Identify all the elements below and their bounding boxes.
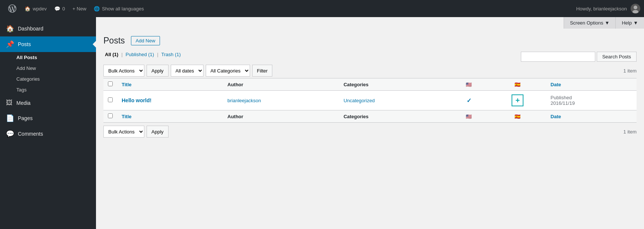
svg-point-0 xyxy=(634,6,637,9)
user-menu[interactable]: Howdy, brianleejackson xyxy=(576,4,640,13)
col-footer-checkbox xyxy=(103,110,117,123)
admin-bar: 🏠 wpdev 💬 0 + New 🌐 Show all languages H… xyxy=(0,0,644,17)
lang-en-cell: ✓ xyxy=(449,91,489,110)
dates-filter-select[interactable]: All dates xyxy=(171,65,204,77)
main-layout: 🏠 Dashboard 📌 Posts All Posts Add New Ca… xyxy=(0,17,644,229)
date-status: Published xyxy=(551,95,572,100)
sidebar-subitem-add-new[interactable]: Add New xyxy=(0,63,96,74)
col-footer-categories: Categories xyxy=(339,110,448,123)
bottom-toolbar: Bulk Actions Apply 1 item xyxy=(103,126,637,138)
screen-options-button[interactable]: Screen Options ▼ xyxy=(564,17,615,29)
col-footer-title[interactable]: Title xyxy=(117,110,223,123)
bulk-actions-select-top[interactable]: Bulk Actions xyxy=(103,65,144,77)
sidebar: 🏠 Dashboard 📌 Posts All Posts Add New Ca… xyxy=(0,17,96,229)
sidebar-subitem-tags[interactable]: Tags xyxy=(0,84,96,95)
add-new-button[interactable]: Add New xyxy=(131,36,160,45)
sidebar-item-media[interactable]: 🖼 Media xyxy=(0,95,96,110)
select-all-footer-checkbox[interactable] xyxy=(108,113,113,118)
lang-en-check-icon: ✓ xyxy=(467,97,471,104)
col-footer-lang-es: 🇪🇸 xyxy=(489,110,546,123)
bulk-actions-select-bottom[interactable]: Bulk Actions xyxy=(103,126,144,138)
col-header-lang-en: 🇺🇸 xyxy=(449,78,489,91)
language-icon: 🌐 xyxy=(94,6,100,12)
wp-logo[interactable] xyxy=(4,0,21,17)
pages-icon: 📄 xyxy=(6,114,14,122)
sidebar-item-pages[interactable]: 📄 Pages xyxy=(0,110,96,126)
categories-filter-select[interactable]: All Categories xyxy=(206,65,250,77)
comments-link[interactable]: 💬 0 xyxy=(51,0,69,17)
row-checkbox-cell xyxy=(103,91,117,110)
comments-sidebar-icon: 💬 xyxy=(6,130,14,138)
select-all-checkbox[interactable] xyxy=(108,81,113,86)
col-header-categories: Categories xyxy=(339,78,448,91)
post-categories-cell: Uncategorized xyxy=(339,91,448,110)
date-value: 2016/11/19 xyxy=(551,100,575,106)
col-header-author: Author xyxy=(223,78,339,91)
sidebar-item-dashboard[interactable]: 🏠 Dashboard xyxy=(0,21,96,36)
search-row: Search Posts xyxy=(521,52,637,62)
dashboard-icon: 🏠 xyxy=(6,25,14,33)
top-toolbar: Bulk Actions Apply All dates All Categor… xyxy=(103,65,637,77)
post-title-cell: Hello world! xyxy=(117,91,223,110)
item-count-bottom: 1 item xyxy=(624,129,637,135)
svg-point-1 xyxy=(632,10,638,13)
col-footer-date[interactable]: Date xyxy=(546,110,637,123)
col-header-checkbox xyxy=(103,78,117,91)
search-input[interactable] xyxy=(521,52,595,62)
page-title-row: Posts Add New xyxy=(103,36,637,46)
table-footer-row: Title Author Categories 🇺🇸 🇪🇸 Date xyxy=(103,110,637,123)
sidebar-subitem-categories[interactable]: Categories xyxy=(0,74,96,84)
title-sort-link[interactable]: Title xyxy=(122,82,132,87)
post-title-link[interactable]: Hello world! xyxy=(122,97,151,103)
sidebar-item-comments[interactable]: 💬 Comments xyxy=(0,126,96,142)
col-header-lang-es: 🇪🇸 xyxy=(489,78,546,91)
new-content-menu[interactable]: + New xyxy=(69,0,90,17)
avatar xyxy=(631,4,640,13)
page-title: Posts xyxy=(103,36,125,46)
sidebar-item-posts[interactable]: 📌 Posts xyxy=(0,36,96,52)
language-switcher[interactable]: 🌐 Show all languages xyxy=(90,0,148,17)
help-button[interactable]: Help ▼ xyxy=(615,17,644,29)
main-content: Screen Options ▼ Help ▼ Posts Add New Se… xyxy=(96,17,644,229)
post-author-cell: brianleejackson xyxy=(223,91,339,110)
col-header-title[interactable]: Title xyxy=(117,78,223,91)
site-name[interactable]: 🏠 wpdev xyxy=(21,0,51,17)
search-posts-button[interactable]: Search Posts xyxy=(597,52,637,62)
help-arrow: ▼ xyxy=(633,20,638,26)
lang-es-cell: + xyxy=(489,91,546,110)
category-link[interactable]: Uncategorized xyxy=(343,98,375,103)
author-link[interactable]: brianleejackson xyxy=(227,98,261,103)
comments-icon: 💬 xyxy=(54,6,60,12)
item-count-top: 1 item xyxy=(624,68,637,74)
col-header-date[interactable]: Date xyxy=(546,78,637,91)
tab-published[interactable]: Published (1) xyxy=(124,52,156,57)
apply-button-top[interactable]: Apply xyxy=(147,65,169,77)
top-buttons: Screen Options ▼ Help ▼ xyxy=(564,17,644,29)
table-header-row: Title Author Categories 🇺🇸 🇪🇸 Date xyxy=(103,78,637,91)
table-row: Hello world! brianleejackson Uncategoriz… xyxy=(103,91,637,110)
filter-tabs: All (1) | Published (1) | Trash (1) xyxy=(103,52,521,57)
posts-icon: 📌 xyxy=(6,40,14,48)
sidebar-subitem-all-posts[interactable]: All Posts xyxy=(0,52,96,63)
media-icon: 🖼 xyxy=(6,99,13,107)
posts-table: Title Author Categories 🇺🇸 🇪🇸 Date xyxy=(103,78,637,123)
col-footer-author: Author xyxy=(223,110,339,123)
screen-options-arrow: ▼ xyxy=(605,20,610,26)
home-icon: 🏠 xyxy=(25,6,31,12)
date-sort-link[interactable]: Date xyxy=(551,82,561,87)
tab-all[interactable]: All (1) xyxy=(103,52,120,57)
row-checkbox[interactable] xyxy=(108,97,113,102)
title-sort-link-footer[interactable]: Title xyxy=(122,114,132,119)
tab-trash[interactable]: Trash (1) xyxy=(160,52,182,57)
date-sort-link-footer[interactable]: Date xyxy=(551,114,561,119)
filter-button[interactable]: Filter xyxy=(252,65,273,77)
post-date-cell: Published 2016/11/19 xyxy=(546,91,637,110)
lang-es-add-button[interactable]: + xyxy=(512,94,523,106)
apply-button-bottom[interactable]: Apply xyxy=(147,126,169,138)
col-footer-lang-en: 🇺🇸 xyxy=(449,110,489,123)
